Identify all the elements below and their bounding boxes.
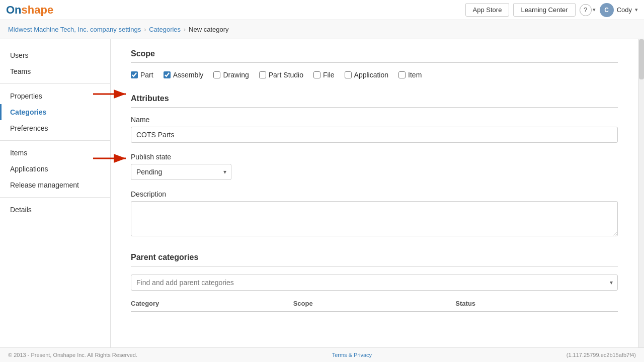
scrollbar-thumb[interactable] — [639, 39, 644, 79]
checkbox-application-input[interactable] — [345, 71, 352, 78]
header: Onshape App Store Learning Center ? ▾ C … — [0, 0, 644, 20]
sidebar-item-teams[interactable]: Teams — [0, 63, 110, 79]
checkbox-application-label: Application — [354, 71, 389, 79]
scope-title: Scope — [131, 49, 618, 63]
scope-checkboxes-row: Part Assembly Drawing Part Studio File — [131, 71, 618, 79]
description-field-group: Description — [131, 190, 618, 238]
question-mark-icon: ? — [580, 4, 592, 16]
learning-center-button[interactable]: Learning Center — [513, 3, 575, 17]
checkbox-part-label: Part — [140, 71, 153, 79]
parent-categories-input[interactable] — [131, 275, 618, 291]
checkbox-drawing-label: Drawing — [223, 71, 249, 79]
sidebar-divider-1 — [0, 83, 110, 84]
sidebar-item-release-management[interactable]: Release management — [0, 177, 110, 193]
checkbox-part-studio-label: Part Studio — [269, 71, 303, 79]
publish-state-select-wrapper: Pending Active Obsolete ▾ — [131, 164, 231, 180]
help-dropdown-arrow: ▾ — [593, 7, 596, 13]
sidebar-item-categories[interactable]: Categories — [0, 104, 110, 120]
sidebar-divider-3 — [0, 197, 110, 198]
sidebar: Users Teams Properties Categories Prefer… — [0, 39, 111, 362]
description-label: Description — [131, 190, 618, 198]
sidebar-item-preferences[interactable]: Preferences — [0, 120, 110, 136]
checkbox-drawing-input[interactable] — [213, 71, 220, 78]
logo-shape: shape — [22, 4, 54, 16]
sidebar-item-users[interactable]: Users — [0, 47, 110, 63]
breadcrumb-sep-2: › — [184, 26, 186, 33]
parent-categories-section: Parent categories ▾ Category Scope Statu… — [131, 253, 618, 312]
checkbox-drawing[interactable]: Drawing — [213, 71, 249, 79]
name-field-group: Name — [131, 116, 618, 143]
sidebar-item-applications[interactable]: Applications — [0, 161, 110, 177]
header-right: App Store Learning Center ? ▾ C Cody ▾ — [465, 3, 638, 17]
help-icon-button[interactable]: ? ▾ — [580, 4, 596, 16]
parent-categories-title: Parent categories — [131, 253, 618, 266]
checkbox-file-input[interactable] — [313, 71, 320, 78]
main-content: Scope Part Assembly Drawing Part Studio — [111, 39, 638, 362]
user-dropdown-arrow: ▾ — [635, 7, 638, 13]
checkbox-assembly-input[interactable] — [164, 71, 171, 78]
publish-state-select[interactable]: Pending Active Obsolete — [131, 164, 231, 180]
checkbox-item-label: Item — [408, 71, 422, 79]
sidebar-item-properties[interactable]: Properties — [0, 88, 110, 104]
table-header-status: Status — [455, 300, 618, 307]
footer-version: (1.117.25799.ec2b15afb7f4) — [567, 352, 636, 358]
attributes-section: Attributes Name Publish state Pending Ac… — [131, 94, 618, 238]
sidebar-divider-2 — [0, 140, 110, 141]
breadcrumb-sep-1: › — [144, 26, 146, 33]
parent-categories-table-header: Category Scope Status — [131, 296, 618, 312]
checkbox-file-label: File — [323, 71, 335, 79]
checkbox-part-studio-input[interactable] — [259, 71, 266, 78]
attributes-title: Attributes — [131, 94, 618, 108]
parent-categories-input-wrapper: ▾ — [131, 275, 618, 291]
checkbox-file[interactable]: File — [313, 71, 335, 79]
table-header-category: Category — [131, 300, 293, 307]
user-menu[interactable]: C Cody ▾ — [600, 3, 638, 17]
name-label: Name — [131, 116, 618, 124]
checkbox-item-input[interactable] — [398, 71, 406, 78]
avatar: C — [600, 3, 614, 17]
layout: Users Teams Properties Categories Prefer… — [0, 39, 644, 362]
publish-state-label: Publish state — [131, 153, 618, 161]
logo-text: Onshape — [6, 4, 53, 17]
scope-section: Scope Part Assembly Drawing Part Studio — [131, 49, 618, 79]
checkbox-assembly-label: Assembly — [173, 71, 204, 79]
checkbox-item[interactable]: Item — [398, 71, 422, 79]
app-store-button[interactable]: App Store — [465, 3, 510, 17]
table-header-scope: Scope — [293, 300, 456, 307]
description-input[interactable] — [131, 201, 618, 236]
footer-copyright: © 2013 - Present, Onshape Inc. All Right… — [8, 352, 137, 358]
sidebar-item-items[interactable]: Items — [0, 145, 110, 161]
footer-terms[interactable]: Terms & Privacy — [332, 352, 372, 358]
breadcrumb-categories[interactable]: Categories — [149, 26, 181, 33]
logo[interactable]: Onshape — [6, 4, 53, 17]
footer: © 2013 - Present, Onshape Inc. All Right… — [0, 347, 644, 362]
publish-state-field-group: Publish state Pending Active Obsolete ▾ — [131, 153, 618, 180]
breadcrumb-current: New category — [189, 26, 228, 33]
checkbox-part-studio[interactable]: Part Studio — [259, 71, 303, 79]
breadcrumb: Midwest Machine Tech, Inc. company setti… — [0, 20, 644, 39]
checkbox-assembly[interactable]: Assembly — [164, 71, 204, 79]
name-input[interactable] — [131, 127, 618, 143]
checkbox-application[interactable]: Application — [345, 71, 389, 79]
scrollbar-track[interactable] — [638, 39, 644, 362]
user-name: Cody — [617, 6, 632, 14]
checkbox-part[interactable]: Part — [131, 71, 153, 79]
checkbox-part-input[interactable] — [131, 71, 138, 78]
breadcrumb-company[interactable]: Midwest Machine Tech, Inc. company setti… — [8, 26, 141, 33]
logo-on: On — [6, 4, 22, 16]
sidebar-item-details[interactable]: Details — [0, 202, 110, 218]
